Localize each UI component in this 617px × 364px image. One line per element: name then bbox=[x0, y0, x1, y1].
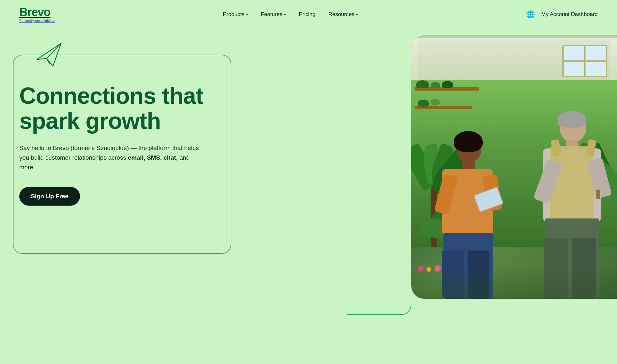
bottom-curve-decoration bbox=[347, 289, 411, 315]
chevron-down-icon: ▾ bbox=[246, 13, 248, 17]
navigation: Brevo Formerly sendinblue Products ▾ Fea… bbox=[0, 0, 617, 29]
globe-icon[interactable]: 🌐 bbox=[526, 10, 535, 19]
flowers bbox=[418, 265, 441, 273]
nav-resources[interactable]: Resources ▾ bbox=[323, 9, 363, 20]
my-account-link[interactable]: My Account Dashboard bbox=[541, 11, 598, 18]
hero-subtext: Say hello to Brevo (formerly Sendinblue)… bbox=[19, 143, 206, 173]
logo-link[interactable]: Brevo Formerly sendinblue bbox=[19, 6, 55, 22]
room-window bbox=[562, 45, 607, 77]
hero-section: Connections that spark growth Say hello … bbox=[0, 29, 617, 305]
bottom-gradient-overlay bbox=[411, 267, 617, 299]
nav-products[interactable]: Products ▾ bbox=[218, 9, 253, 20]
hero-content: Connections that spark growth Say hello … bbox=[19, 39, 231, 206]
hero-image bbox=[411, 35, 617, 299]
logo-formerly: Formerly sendinblue bbox=[19, 19, 55, 22]
logo: Brevo Formerly sendinblue bbox=[19, 6, 55, 22]
signup-button[interactable]: Sign Up Free bbox=[19, 187, 80, 206]
nav-right: 🌐 My Account Dashboard bbox=[526, 10, 598, 19]
nav-pricing[interactable]: Pricing bbox=[294, 9, 321, 20]
hero-image-panel bbox=[411, 35, 617, 299]
nav-links: Products ▾ Features ▾ Pricing Resources … bbox=[218, 9, 363, 20]
logo-brevo: Brevo bbox=[19, 6, 55, 18]
chevron-down-icon: ▾ bbox=[356, 13, 358, 17]
chevron-down-icon: ▾ bbox=[284, 13, 286, 17]
hero-headline: Connections that spark growth bbox=[19, 84, 231, 134]
nav-features[interactable]: Features ▾ bbox=[256, 9, 291, 20]
